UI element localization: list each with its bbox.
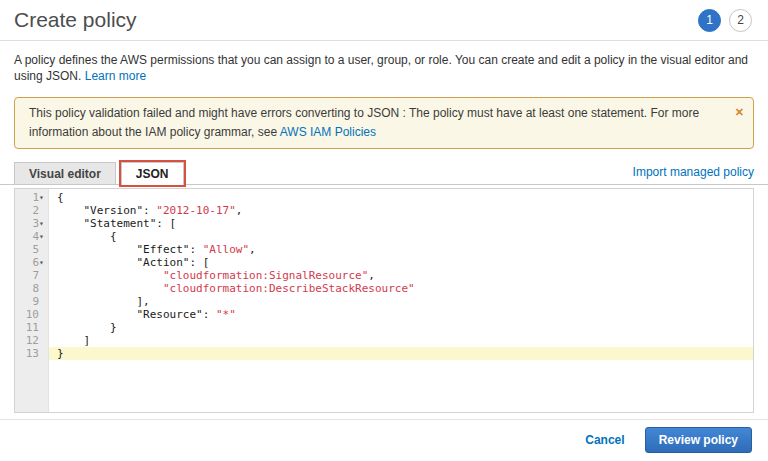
fold-caret-icon[interactable]: ▾ <box>39 191 48 204</box>
page-title: Create policy <box>14 8 137 32</box>
editor-line-9[interactable]: 9 ], <box>15 295 753 308</box>
editor-line-3[interactable]: 3▾ "Statement": [ <box>15 217 753 230</box>
aws-iam-policies-link[interactable]: AWS IAM Policies <box>280 125 376 139</box>
review-policy-button[interactable]: Review policy <box>645 427 752 453</box>
footer-bar: Cancel Review policy <box>0 419 768 461</box>
json-editor[interactable]: 1▾{2 "Version": "2012-10-17",3▾ "Stateme… <box>14 188 754 413</box>
code-text: { <box>49 230 753 243</box>
line-number: 10 <box>15 308 49 321</box>
tab-bar-tabs: Visual editorJSON <box>14 162 189 184</box>
code-text: "Resource": "*" <box>49 308 753 321</box>
import-managed-policy-link[interactable]: Import managed policy <box>633 165 754 181</box>
line-number: 8 <box>15 282 49 295</box>
code-text: "cloudformation:SignalResource", <box>49 269 753 282</box>
close-icon[interactable]: ✕ <box>735 103 744 122</box>
editor-line-12[interactable]: 12 ] <box>15 334 753 347</box>
learn-more-link[interactable]: Learn more <box>85 69 146 83</box>
step-badge-1: 1 <box>698 9 721 32</box>
code-text: } <box>49 321 753 334</box>
editor-line-13[interactable]: 13} <box>15 347 753 360</box>
code-text: } <box>49 347 753 360</box>
fold-caret-icon[interactable]: ▾ <box>39 230 48 243</box>
tab-bar: Visual editorJSON Import managed policy <box>0 162 768 185</box>
line-number: 9 <box>15 295 49 308</box>
line-number: 2 <box>15 204 49 217</box>
line-number: 3▾ <box>15 217 49 230</box>
editor-line-11[interactable]: 11 } <box>15 321 753 334</box>
editor-line-2[interactable]: 2 "Version": "2012-10-17", <box>15 204 753 217</box>
line-number: 11 <box>15 321 49 334</box>
code-text: "Action": [ <box>49 256 753 269</box>
line-number: 7 <box>15 269 49 282</box>
line-number: 1▾ <box>15 191 49 204</box>
line-number: 6▾ <box>15 256 49 269</box>
tab-visual-editor[interactable]: Visual editor <box>14 162 116 184</box>
line-number: 12 <box>15 334 49 347</box>
code-text: ], <box>49 295 753 308</box>
code-text: ] <box>49 334 753 347</box>
fold-caret-icon[interactable]: ▾ <box>39 256 48 269</box>
cancel-link[interactable]: Cancel <box>585 433 624 447</box>
editor-line-10[interactable]: 10 "Resource": "*" <box>15 308 753 321</box>
line-number: 13 <box>15 347 49 360</box>
editor-line-7[interactable]: 7 "cloudformation:SignalResource", <box>15 269 753 282</box>
step-badge-2: 2 <box>729 9 752 32</box>
editor-line-4[interactable]: 4▾ { <box>15 230 753 243</box>
line-number: 5 <box>15 243 49 256</box>
editor-line-6[interactable]: 6▾ "Action": [ <box>15 256 753 269</box>
code-text: { <box>49 191 753 204</box>
editor-lines: 1▾{2 "Version": "2012-10-17",3▾ "Stateme… <box>15 189 753 360</box>
code-text: "cloudformation:DescribeStackResource" <box>49 282 753 295</box>
step-indicator: 12 <box>698 9 752 32</box>
warning-banner: This policy validation failed and might … <box>14 97 754 149</box>
code-text: "Statement": [ <box>49 217 753 230</box>
code-text: "Effect": "Allow", <box>49 243 753 256</box>
editor-line-5[interactable]: 5 "Effect": "Allow", <box>15 243 753 256</box>
fold-caret-icon[interactable]: ▾ <box>39 217 48 230</box>
editor-line-8[interactable]: 8 "cloudformation:DescribeStackResource" <box>15 282 753 295</box>
editor-line-1[interactable]: 1▾{ <box>15 191 753 204</box>
code-text: "Version": "2012-10-17", <box>49 204 753 217</box>
tab-json[interactable]: JSON <box>121 162 184 185</box>
page-header: Create policy 12 <box>0 0 768 41</box>
intro-text: A policy defines the AWS permissions tha… <box>0 41 768 90</box>
line-number: 4▾ <box>15 230 49 243</box>
